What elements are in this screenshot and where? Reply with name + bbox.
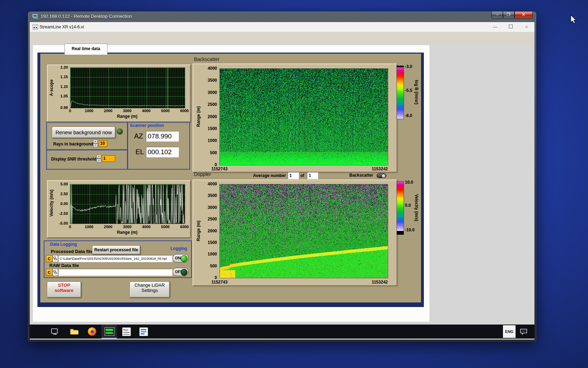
remote-desktop-content: StreamLine XR v14-6.vi — ✕ System setup … — [30, 22, 534, 340]
task-view-icon[interactable] — [50, 327, 59, 337]
tick-label: 2000 — [208, 114, 217, 119]
doppler-y-ticks: 40003500300025002000150010005000 — [197, 184, 218, 278]
tick-label: 0 — [69, 109, 71, 113]
processed-path-field[interactable]: C:\Lidar\Data\Proc\2023\202309\20230919\… — [58, 255, 173, 262]
backscatter-colorbar — [397, 66, 404, 119]
rays-value-field[interactable]: 10 — [99, 140, 107, 147]
app-window-title: StreamLine XR v14-6.vi — [40, 25, 84, 29]
raw-browse-button[interactable] — [52, 269, 58, 276]
spin-down-icon[interactable]: ▼ — [97, 159, 101, 163]
tick-label: 5000 — [161, 109, 169, 113]
tick-label: 0 — [215, 275, 217, 280]
tick-label: 3000 — [123, 225, 131, 229]
el-label: EL — [135, 148, 144, 156]
tick-label: 6000 — [180, 109, 189, 113]
az-label: AZ — [134, 132, 143, 140]
rdp-maximize-button[interactable]: ❐ — [503, 12, 514, 19]
tick-label: 500 — [210, 264, 217, 268]
tick-label: -10.0 — [405, 227, 414, 232]
average-number-input[interactable]: 1 — [288, 172, 299, 179]
tick-label: 6000 — [180, 225, 189, 229]
background-led — [117, 129, 123, 135]
backscatter-chart: Range (m) 400035003000250020001500100050… — [192, 63, 397, 172]
snr-spinner[interactable]: ▲ ▼ — [97, 155, 101, 163]
velocity-y-ticks: 5.002.500.00-2.50-5.00 — [48, 184, 69, 223]
spin-up-icon[interactable]: ▲ — [97, 155, 101, 159]
restart-processed-file-button[interactable]: Restart processed file — [92, 245, 140, 254]
logging-label: Logging — [170, 246, 187, 251]
scanner-position-title: Scanner position — [130, 123, 164, 128]
notification-chat-icon[interactable] — [520, 328, 527, 336]
raw-path-field[interactable] — [58, 269, 173, 276]
tick-label: 3000 — [208, 90, 217, 95]
on-indicator — [181, 255, 188, 262]
tick-label: 4000 — [208, 66, 217, 71]
tick-label: 4000 — [208, 182, 217, 186]
tick-label: 3000 — [208, 205, 217, 210]
lidar-panel: A-scope 1.201.151.101.050.99 01000200030… — [40, 54, 421, 302]
tick-label: 1500 — [208, 126, 217, 131]
spin-up-icon[interactable]: ▲ — [93, 140, 98, 144]
tick-label: 1000 — [208, 138, 217, 143]
backscatter-doppler-toggle[interactable] — [377, 173, 386, 178]
desktop: 192.168.0.122 - Remote Desktop Connectio… — [0, 0, 588, 368]
velocity-x-ticks: 0100020003000400050006000 — [70, 225, 184, 230]
tick-label: -2.50 — [59, 211, 68, 216]
ascope-y-ticks: 1.201.151.101.050.99 — [48, 67, 69, 108]
tick-label: 5.00 — [61, 182, 68, 186]
stop-software-button[interactable]: STOP software — [47, 281, 81, 298]
tick-label: 10.0 — [405, 180, 413, 185]
active-app-button[interactable] — [102, 325, 117, 339]
scheduler-doc-icon[interactable] — [139, 327, 148, 336]
rdp-minimize-button[interactable]: – — [491, 12, 503, 19]
tick-label: 1500 — [208, 240, 217, 245]
backscatter-x-end: 1153242 — [333, 166, 388, 171]
file-explorer-icon[interactable] — [70, 328, 79, 337]
rays-spinner[interactable]: ▲ ▼ — [93, 140, 98, 148]
raw-drive-button[interactable]: C — [46, 269, 52, 276]
app-minimize-button[interactable]: — — [487, 22, 503, 32]
tick-label: -5.5 — [405, 88, 412, 93]
app-close-button[interactable]: ✕ — [519, 22, 534, 32]
processed-browse-button[interactable] — [52, 255, 58, 262]
toggle-knob[interactable] — [382, 174, 386, 178]
tick-label: 3500 — [208, 78, 217, 83]
tick-label: 1.15 — [61, 75, 68, 79]
tab-real-time-data[interactable]: Real time data — [64, 43, 107, 55]
tick-label: 2000 — [104, 109, 112, 113]
processed-drive-button[interactable]: C — [46, 255, 52, 262]
rdp-window-title: 192.168.0.122 - Remote Desktop Connectio… — [41, 14, 132, 19]
tick-label: 1000 — [208, 252, 217, 257]
snr-value-field[interactable]: 1 — [102, 155, 115, 162]
tick-label: 500 — [210, 150, 217, 155]
lidar-panel-border: A-scope 1.201.151.101.050.99 01000200030… — [37, 53, 424, 307]
tick-label: 2000 — [208, 229, 217, 233]
tick-label: 2500 — [208, 217, 217, 222]
data-logging-title: Data Logging — [50, 242, 77, 247]
firefox-icon[interactable] — [88, 327, 96, 336]
change-lidar-settings-button[interactable]: Change LiDAR Settings — [130, 281, 170, 298]
on-label: ON — [175, 256, 181, 260]
processed-data-file-label: Processed Data file — [51, 249, 93, 254]
renew-background-button[interactable]: Renew background now — [52, 127, 115, 138]
tick-label: -8.0 — [405, 113, 412, 118]
average-of-label: of — [300, 173, 304, 178]
tick-label: 4000 — [142, 225, 150, 229]
backscatter-y-ticks: 40003500300025002000150010005000 — [197, 68, 218, 165]
raw-data-file-label: RAW Data file — [49, 263, 79, 268]
processed-logging-toggle[interactable]: ON — [173, 254, 189, 263]
settings-button-line2: Settings — [130, 288, 169, 293]
backscatter-toggle-label: Backscatter — [349, 173, 373, 178]
language-indicator[interactable]: ENG — [503, 325, 516, 338]
rdp-close-button[interactable]: ✕ — [514, 12, 533, 19]
doppler-x-end: 1153242 — [333, 280, 388, 285]
scan-scheduler-icon[interactable]: Scan sched — [122, 327, 131, 336]
doppler-chart: Range (m) 400035003000250020001500100050… — [192, 179, 397, 286]
app-restore-button[interactable] — [503, 22, 519, 32]
spin-down-icon[interactable]: ▼ — [93, 144, 98, 148]
doppler-colorbar — [397, 181, 404, 235]
stop-button-line2: software — [47, 288, 81, 293]
raw-logging-toggle[interactable]: OFF — [173, 268, 189, 276]
tick-label: 4000 — [142, 109, 150, 113]
tick-label: 0.0 — [405, 203, 411, 208]
